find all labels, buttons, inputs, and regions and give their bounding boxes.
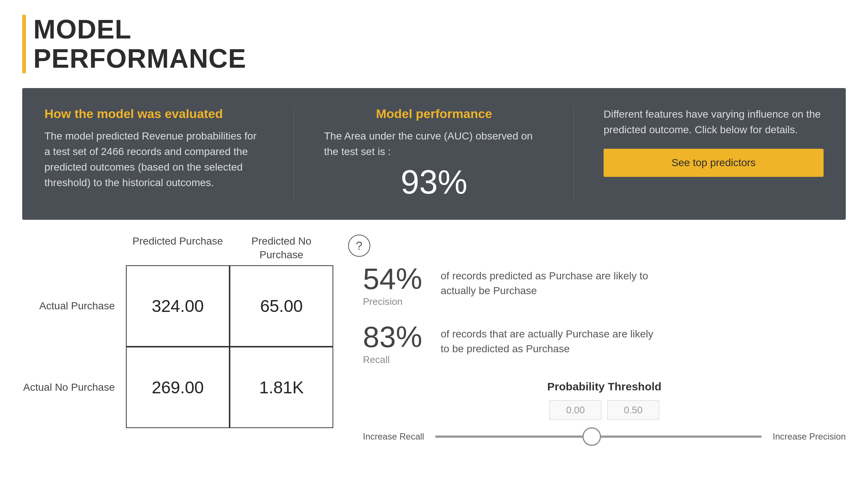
banner-section2-text: The Area under the curve (AUC) observed … bbox=[324, 128, 544, 159]
matrix-row-1-cells: 324.00 65.00 bbox=[126, 265, 333, 347]
banner-section-auc: Model performance The Area under the cur… bbox=[324, 107, 544, 201]
main-content: Predicted Purchase Predicted No Purchase… bbox=[22, 235, 846, 476]
threshold-title: Probability Threshold bbox=[363, 380, 846, 393]
threshold-inputs bbox=[363, 400, 846, 420]
help-icon[interactable]: ? bbox=[348, 235, 370, 257]
recall-value: 83% bbox=[363, 322, 430, 352]
banner-section-features: Different features have varying influenc… bbox=[604, 107, 824, 177]
page-title: MODEL PERFORMANCE bbox=[33, 15, 246, 73]
matrix-col-header-2: Predicted No Purchase bbox=[230, 235, 333, 262]
confusion-matrix: Predicted Purchase Predicted No Purchase… bbox=[22, 235, 333, 428]
matrix-row-2: Actual No Purchase 269.00 1.81K bbox=[22, 347, 333, 428]
matrix-row-1: Actual Purchase 324.00 65.00 bbox=[22, 265, 333, 347]
threshold-slider-container: Increase Recall Increase Precision bbox=[363, 427, 846, 446]
info-banner: How the model was evaluated The model pr… bbox=[22, 88, 846, 220]
banner-section-evaluation: How the model was evaluated The model pr… bbox=[44, 107, 264, 191]
matrix-cell-fn: 65.00 bbox=[230, 265, 333, 347]
banner-divider-1 bbox=[294, 107, 294, 201]
matrix-row-label-1: Actual Purchase bbox=[22, 299, 126, 313]
page-header: MODEL PERFORMANCE bbox=[22, 15, 846, 73]
banner-section1-title: How the model was evaluated bbox=[44, 107, 264, 121]
threshold-section: Probability Threshold Increase Recall In… bbox=[363, 380, 846, 446]
slider-thumb[interactable] bbox=[582, 427, 601, 446]
slider-label-right: Increase Precision bbox=[773, 431, 846, 442]
matrix-cell-fp: 269.00 bbox=[126, 347, 230, 428]
recall-description: of records that are actually Purchase ar… bbox=[441, 322, 663, 356]
banner-divider-2 bbox=[574, 107, 574, 201]
precision-label: Precision bbox=[363, 296, 430, 307]
precision-description: of records predicted as Purchase are lik… bbox=[441, 264, 663, 297]
banner-section1-text: The model predicted Revenue probabilitie… bbox=[44, 128, 264, 191]
recall-label: Recall bbox=[363, 354, 430, 366]
threshold-input-left[interactable] bbox=[550, 400, 601, 420]
precision-value: 54% bbox=[363, 264, 430, 294]
matrix-cell-tp: 324.00 bbox=[126, 265, 230, 347]
banner-section3-text: Different features have varying influenc… bbox=[604, 107, 824, 138]
matrix-rows: Actual Purchase 324.00 65.00 Actual No P… bbox=[22, 265, 333, 428]
metrics-panel: 54% Precision of records predicted as Pu… bbox=[363, 235, 846, 446]
matrix-row-label-2: Actual No Purchase bbox=[22, 381, 126, 394]
page-container: MODEL PERFORMANCE How the model was eval… bbox=[0, 0, 868, 491]
slider-label-left: Increase Recall bbox=[363, 431, 424, 442]
matrix-cell-tn: 1.81K bbox=[230, 347, 333, 428]
threshold-slider[interactable] bbox=[435, 427, 761, 446]
recall-metric: 83% Recall of records that are actually … bbox=[363, 322, 846, 366]
precision-metric: 54% Precision of records predicted as Pu… bbox=[363, 264, 846, 307]
threshold-input-right[interactable] bbox=[607, 400, 659, 420]
precision-value-block: 54% Precision bbox=[363, 264, 430, 307]
matrix-column-headers: Predicted Purchase Predicted No Purchase bbox=[126, 235, 333, 262]
recall-value-block: 83% Recall bbox=[363, 322, 430, 366]
see-top-predictors-button[interactable]: See top predictors bbox=[604, 149, 824, 177]
header-accent-bar bbox=[22, 15, 26, 73]
matrix-col-header-1: Predicted Purchase bbox=[126, 235, 230, 262]
matrix-row-2-cells: 269.00 1.81K bbox=[126, 347, 333, 428]
banner-section2-title: Model performance bbox=[376, 107, 492, 121]
auc-value: 93% bbox=[401, 163, 467, 201]
